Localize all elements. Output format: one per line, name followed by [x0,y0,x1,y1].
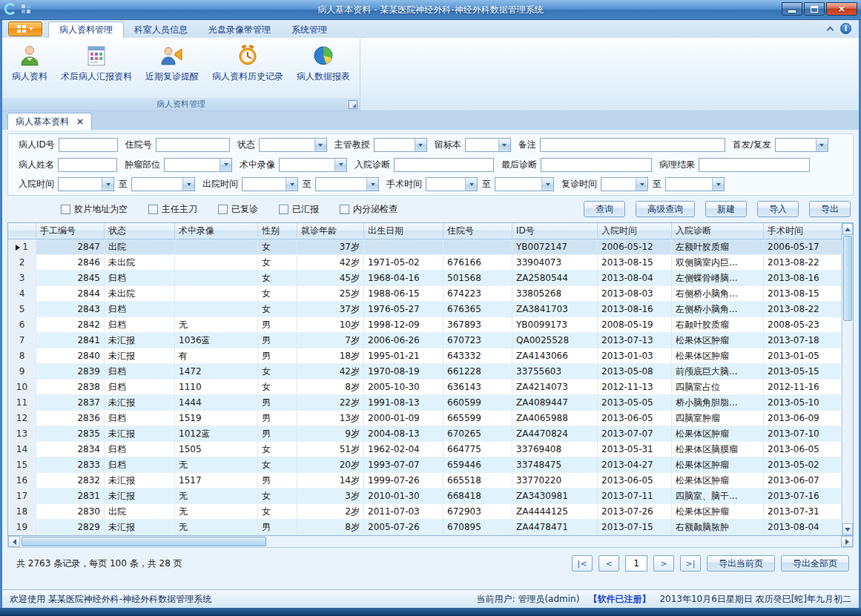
dropdown-arrow-icon[interactable] [366,178,378,191]
table-row[interactable]: 12847出院女37岁YB00721472006-05-12左额叶胶质瘤2006… [8,239,842,255]
vertical-scroll-track[interactable] [842,322,853,523]
vertical-scrollbar[interactable] [842,223,853,535]
scroll-right-button[interactable] [841,536,853,547]
surgery-date-to-select[interactable] [495,177,554,191]
column-header[interactable]: 手术时间 [764,223,842,239]
column-header[interactable]: ID号 [512,223,598,239]
scroll-down-button[interactable] [842,523,853,535]
ribbon-tab-department-staff[interactable]: 科室人员信息 [124,21,198,38]
tab-patient-basic-info[interactable]: 病人基本资料 × [7,113,92,130]
dropdown-arrow-icon[interactable] [636,178,647,191]
scroll-left-button[interactable] [8,536,20,547]
dropdown-arrow-icon[interactable] [314,139,326,151]
import-button[interactable]: 导入 [757,201,799,217]
next-page-button[interactable]: > [653,555,674,572]
column-header[interactable]: 手工编号 [36,223,105,239]
table-row[interactable]: 112837未汇报1444男22岁1991-08-13660599ZA40894… [8,395,842,411]
patient-record-button[interactable]: 病人资料 [5,40,54,85]
followup-date-to-select[interactable] [665,177,725,191]
followup-date-from-select[interactable] [601,177,648,191]
row-indicator-header[interactable] [8,223,36,239]
column-header[interactable]: 入院时间 [598,223,672,239]
horizontal-scroll-thumb[interactable] [22,537,266,546]
column-header[interactable]: 入院诊断 [672,223,764,239]
status-select[interactable] [259,138,327,152]
column-header[interactable]: 住院号 [443,223,512,239]
advanced-query-button[interactable]: 高级查询 [636,201,695,217]
dropdown-arrow-icon[interactable] [816,139,828,151]
last-page-button[interactable]: >| [680,555,701,572]
table-row[interactable]: 142834归档1505女51岁1962-02-0466477533769408… [8,442,842,457]
registration-status[interactable]: 【软件已注册】 [588,593,650,606]
table-row[interactable]: 62842归档无男10岁1998-12-09367893YB0099173200… [8,317,842,333]
export-current-page-button[interactable]: 导出当前页 [707,555,775,572]
column-header[interactable]: 出生日期 [364,223,443,239]
table-row[interactable]: 182830出院无女2岁2011-07-03672903ZA4444125201… [8,504,842,520]
checkbox-film-address-empty[interactable]: 胶片地址为空 [61,203,128,216]
column-header[interactable]: 性别 [258,223,297,239]
table-row[interactable]: 82840未汇报有男18岁1995-01-21643332ZA414306620… [8,348,842,364]
column-header[interactable]: 状态 [105,223,175,239]
ribbon-tab-disc-tape-management[interactable]: 光盘录像带管理 [198,21,281,38]
scroll-up-button[interactable] [842,223,853,235]
postop-report-button[interactable]: 术后病人汇报资料 [54,40,139,85]
minimize-button[interactable] [782,2,802,16]
dropdown-arrow-icon[interactable] [182,178,194,191]
table-row[interactable]: 42844未出院女25岁1988-06-15674223338052682013… [8,286,842,302]
followup-reminder-button[interactable]: 近期复诊提醒 [139,40,205,85]
ribbon-tab-system-management[interactable]: 系统管理 [281,21,337,38]
new-button[interactable]: 新建 [705,201,747,217]
history-record-button[interactable]: 病人资料历史记录 [205,40,290,85]
horizontal-scroll-track[interactable] [268,536,841,547]
table-row[interactable]: 162832未汇报1517男14岁1999-07-266655183377022… [8,473,842,489]
admission-number-input[interactable] [156,138,230,152]
dropdown-arrow-icon[interactable] [102,178,113,191]
prev-page-button[interactable]: < [598,555,619,572]
app-menu-button[interactable] [8,21,42,36]
close-button[interactable]: × [826,2,857,16]
checkbox-reported[interactable]: 已汇报 [279,203,319,216]
admission-date-from-select[interactable] [58,177,114,191]
table-row[interactable]: 152833归档无女20岁1993-07-0765944633748475201… [8,457,842,473]
supervising-professor-select[interactable] [374,138,427,152]
column-header[interactable]: 就诊年龄 [297,223,364,239]
close-tab-icon[interactable]: × [76,116,84,127]
dropdown-arrow-icon[interactable] [220,159,231,171]
surgery-date-from-select[interactable] [426,177,478,191]
patient-id-input[interactable] [59,138,118,152]
table-row[interactable]: 92839归档1472女42岁1970-08-19661228337556032… [8,364,842,380]
table-row[interactable]: 102838归档1110女8岁2005-10-30636143ZA4214073… [8,380,842,395]
dropdown-arrow-icon[interactable] [334,159,346,171]
first-recurrence-select[interactable] [775,138,828,152]
dropdown-arrow-icon[interactable] [498,139,510,151]
table-row[interactable]: 132835未汇报1012蓝男9岁2004-08-13670265ZA44708… [8,426,842,442]
table-row[interactable]: 172831未汇报无女3岁2010-01-30668418ZA343098120… [8,489,842,504]
first-page-button[interactable]: |< [572,555,593,572]
dropdown-arrow-icon[interactable] [712,178,724,191]
maximize-button[interactable] [804,2,825,16]
data-report-button[interactable]: 病人数据报表 [290,40,357,85]
table-row[interactable]: 122836归档1519男13岁2000-01-09665599ZA406598… [8,411,842,426]
table-row[interactable]: 22846未出院女42岁1971-05-02676166339040732013… [8,255,842,271]
checkbox-endocrine-exam[interactable]: 内分泌检查 [340,203,397,216]
admission-diagnosis-input[interactable] [394,158,494,172]
export-button[interactable]: 导出 [809,201,851,217]
checkbox-followed-up[interactable]: 已复诊 [218,203,258,216]
remarks-input[interactable] [540,138,725,152]
checkbox-chief-surgeon[interactable]: 主任主刀 [148,203,197,216]
discharge-date-from-select[interactable] [242,177,298,191]
ribbon-tab-patient-management[interactable]: 病人资料管理 [48,21,124,38]
specimen-select[interactable] [465,138,511,152]
surgery-video-select[interactable] [279,158,347,172]
horizontal-scrollbar[interactable] [7,536,854,548]
discharge-date-to-select[interactable] [315,177,379,191]
patient-name-input[interactable] [58,158,117,172]
column-header[interactable]: 术中录像 [175,223,258,239]
table-row[interactable]: 32845归档女45岁1968-04-16501568ZA25805442013… [8,271,842,286]
help-icon[interactable]: i [840,23,851,34]
dropdown-arrow-icon[interactable] [415,139,426,151]
pathology-result-input[interactable] [699,158,810,172]
tumor-site-select[interactable] [164,158,232,172]
export-all-pages-button[interactable]: 导出全部页 [781,555,849,572]
dialog-launcher-icon[interactable] [349,100,357,109]
